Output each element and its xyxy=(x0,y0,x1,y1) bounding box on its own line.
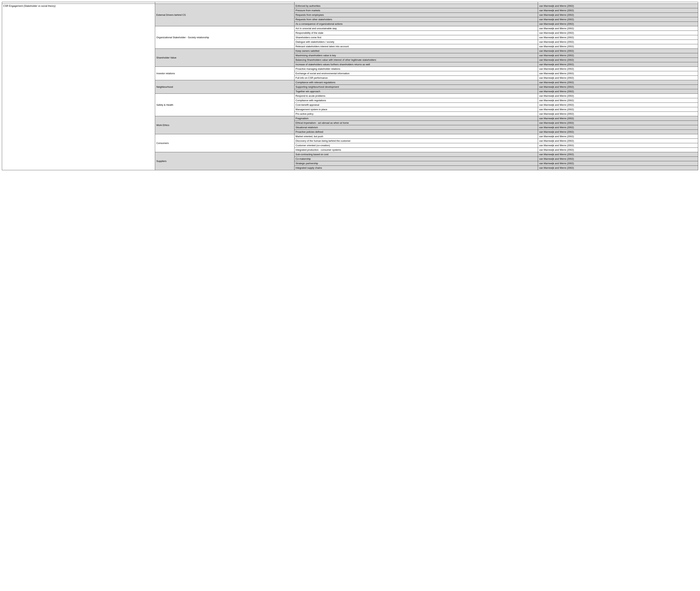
variable-cell: CSR Engagement (Stakeholder vs social th… xyxy=(2,4,155,170)
source-cell: van Marrewijk and Werre (2002) xyxy=(538,26,698,31)
source-cell: van Marrewijk and Werre (2002) xyxy=(538,17,698,22)
indicator-cell: Responsibility of the state xyxy=(294,31,538,35)
dimension-cell: Organizational Stakeholder - Society rel… xyxy=(155,26,294,49)
header-source xyxy=(538,2,698,4)
indicator-cell: Supporting neighbourhood development xyxy=(294,85,538,89)
source-cell: van Marrewijk and Werre (2002) xyxy=(538,40,698,44)
source-cell: van Marrewijk and Werre (2002) xyxy=(538,121,698,125)
source-cell: van Marrewijk and Werre (2002) xyxy=(538,134,698,139)
indicator-cell: Discovery of the human being behind the … xyxy=(294,139,538,143)
indicator-cell: Customer oriented (co-creation) xyxy=(294,143,538,148)
indicator-cell: Relevant stakeholders interest taken int… xyxy=(294,44,538,49)
source-cell: van Marrewijk and Werre (2002) xyxy=(538,13,698,17)
source-cell: van Marrewijk and Werre (2002) xyxy=(538,103,698,107)
source-cell: van Marrewijk and Werre (2002) xyxy=(538,116,698,121)
source-cell: van Marrewijk and Werre (2002) xyxy=(538,166,698,170)
indicator-cell: Together win approach xyxy=(294,89,538,94)
source-cell: van Marrewijk and Werre (2002) xyxy=(538,161,698,166)
source-cell: van Marrewijk and Werre (2002) xyxy=(538,94,698,98)
indicator-cell: Pro-active policy xyxy=(294,112,538,116)
header-variable xyxy=(2,2,155,4)
dimension-cell: Work Ethics xyxy=(155,116,294,134)
source-cell: van Marrewijk and Werre (2002) xyxy=(538,71,698,76)
source-cell: van Marrewijk and Werre (2002) xyxy=(538,8,698,13)
source-cell: van Marrewijk and Werre (2002) xyxy=(538,89,698,94)
dimension-cell: Suppliers xyxy=(155,152,294,170)
indicator-cell: Situational relativism xyxy=(294,125,538,130)
indicator-cell: Compliance with regulations xyxy=(294,98,538,103)
indicator-cell: Enforced by authorities xyxy=(294,4,538,8)
indicator-cell: Pressure from markets xyxy=(294,8,538,13)
indicator-cell: Requests from other stakeholders xyxy=(294,17,538,22)
source-cell: van Marrewijk and Werre (2002) xyxy=(538,152,698,157)
dimension-cell: Investor relations xyxy=(155,67,294,80)
indicator-cell: Strategic partnership xyxy=(294,161,538,166)
source-cell: van Marrewijk and Werre (2002) xyxy=(538,35,698,40)
indicator-cell: Full info on CSR performance xyxy=(294,76,538,80)
source-cell: van Marrewijk and Werre (2002) xyxy=(538,107,698,112)
header-operationalization xyxy=(294,2,538,4)
source-cell: van Marrewijk and Werre (2002) xyxy=(538,139,698,143)
indicator-cell: Proactive policies defined xyxy=(294,130,538,134)
indicator-cell: Act in unsocial and unsustainable way xyxy=(294,26,538,31)
source-cell: van Marrewijk and Werre (2002) xyxy=(538,67,698,71)
indicator-cell: As a consequence of organizational actio… xyxy=(294,22,538,26)
source-cell: van Marrewijk and Werre (2002) xyxy=(538,31,698,35)
indicator-cell: Keep owners satisfied xyxy=(294,49,538,53)
indicator-cell: Integrated supply chains xyxy=(294,166,538,170)
source-cell: van Marrewijk and Werre (2002) xyxy=(538,130,698,134)
indicator-cell: Increase of stakeholders values furthers… xyxy=(294,62,538,67)
dimension-cell: External Drivers behind CS xyxy=(155,4,294,26)
source-cell: van Marrewijk and Werre (2002) xyxy=(538,157,698,161)
indicator-cell: Ethical imperialism - act abroad as when… xyxy=(294,121,538,125)
source-cell: van Marrewijk and Werre (2002) xyxy=(538,58,698,62)
source-cell: van Marrewijk and Werre (2002) xyxy=(538,76,698,80)
source-cell: van Marrewijk and Werre (2002) xyxy=(538,22,698,26)
source-cell: van Marrewijk and Werre (2002) xyxy=(538,4,698,8)
indicator-cell: Sub-contracting based on cost xyxy=(294,152,538,157)
indicator-cell: Pragmatism xyxy=(294,116,538,121)
source-cell: van Marrewijk and Werre (2002) xyxy=(538,143,698,148)
indicator-cell: Respond to acute problems xyxy=(294,94,538,98)
dimension-cell: Consumers xyxy=(155,134,294,152)
indicator-cell: Management system in place xyxy=(294,107,538,112)
indicator-cell: Proactive managing stakeholder relations xyxy=(294,67,538,71)
indicator-cell: Balancing Shareholders value with intere… xyxy=(294,58,538,62)
indicator-cell: Compliance with relevant regulations xyxy=(294,80,538,85)
indicator-cell: Maximising shareholders value is key xyxy=(294,53,538,58)
source-cell: van Marrewijk and Werre (2002) xyxy=(538,49,698,53)
source-cell: van Marrewijk and Werre (2002) xyxy=(538,62,698,67)
main-table: CSR Engagement (Stakeholder vs social th… xyxy=(2,2,698,170)
dimension-cell: Safety & Health xyxy=(155,94,294,116)
indicator-cell: Co-makership xyxy=(294,157,538,161)
indicator-cell: Market oriented, but push xyxy=(294,134,538,139)
source-cell: van Marrewijk and Werre (2002) xyxy=(538,53,698,58)
source-cell: van Marrewijk and Werre (2002) xyxy=(538,85,698,89)
source-cell: van Marrewijk and Werre (2002) xyxy=(538,44,698,49)
indicator-cell: Shareholders come first xyxy=(294,35,538,40)
dimension-cell: Neighbourhood xyxy=(155,80,294,94)
source-cell: van Marrewijk and Werre (2002) xyxy=(538,125,698,130)
source-cell: van Marrewijk and Werre (2002) xyxy=(538,98,698,103)
source-cell: van Marrewijk and Werre (2002) xyxy=(538,80,698,85)
source-cell: van Marrewijk and Werre (2002) xyxy=(538,112,698,116)
indicator-cell: Integrated production - consumer systems xyxy=(294,148,538,152)
indicator-cell: Dialogue with stakeholders / society xyxy=(294,40,538,44)
source-cell: van Marrewijk and Werre (2002) xyxy=(538,148,698,152)
header-dimensions xyxy=(155,2,294,4)
indicator-cell: Cost-benefit appraisal xyxy=(294,103,538,107)
indicator-cell: Exchange of social and environmental inf… xyxy=(294,71,538,76)
indicator-cell: Requests from employees xyxy=(294,13,538,17)
dimension-cell: Shareholder Value xyxy=(155,49,294,67)
